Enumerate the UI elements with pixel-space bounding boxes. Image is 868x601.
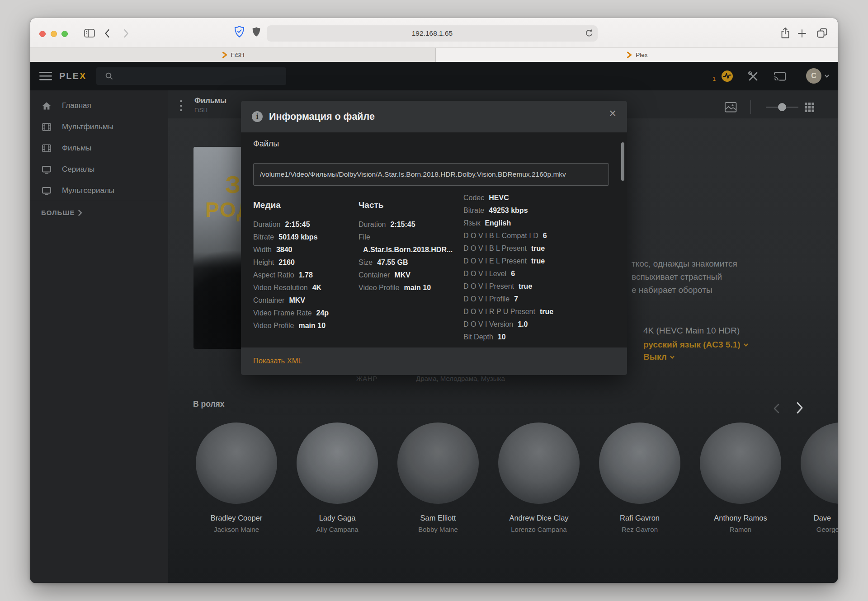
tv-icon xyxy=(42,187,51,195)
caret-down-icon xyxy=(744,343,748,347)
minimize-window-button[interactable] xyxy=(51,31,57,37)
zoom-slider-knob[interactable] xyxy=(778,103,786,111)
tab-label: Plex xyxy=(636,52,647,58)
hamburger-menu-icon[interactable] xyxy=(39,72,52,80)
browser-window: FiSH Plex PLEX 1 xyxy=(30,18,838,583)
grid-view-icon[interactable] xyxy=(805,103,814,112)
movie-summary: ткос, однажды знакомитсявспыхивает страс… xyxy=(632,257,737,296)
browser-tab-plex[interactable]: Plex xyxy=(436,48,838,62)
modal-footer: Показать XML xyxy=(241,347,627,375)
search-bar[interactable] xyxy=(96,67,286,85)
avatar-caret-icon[interactable] xyxy=(825,75,829,78)
cast-role: Lorenzo Campana xyxy=(494,526,584,533)
media-row: Width3840 xyxy=(253,244,358,256)
stream-row: D O V I R P U Presenttrue xyxy=(463,305,613,318)
sidebar-item-series[interactable]: Сериалы xyxy=(30,163,168,176)
sidebar-item-cartoons[interactable]: Мультфильмы xyxy=(30,120,168,134)
media-rows: Duration2:15:45Bitrate50149 kbpsWidth384… xyxy=(253,218,358,332)
home-icon xyxy=(42,102,51,110)
art-toggle-icon[interactable] xyxy=(725,102,737,113)
forward-icon[interactable] xyxy=(123,29,129,38)
cast-name: Dave xyxy=(777,514,838,522)
cast-member[interactable]: Lady Gaga Ally Campana xyxy=(292,423,382,533)
close-icon[interactable]: × xyxy=(609,108,616,120)
cast-photo xyxy=(599,423,680,504)
tab-overview-icon[interactable] xyxy=(817,28,827,38)
search-input[interactable] xyxy=(116,67,279,85)
modal-scrollbar[interactable] xyxy=(621,142,624,181)
shield-icon[interactable] xyxy=(252,27,261,38)
zoom-window-button[interactable] xyxy=(61,31,68,37)
modal-body: Файлы /volume1/Video/Фильмы/DolbyVision/… xyxy=(241,132,627,347)
part-row: Duration2:15:45 xyxy=(359,218,463,231)
genre-label: ЖАНР xyxy=(356,375,377,382)
part-row: Size47.55 GB xyxy=(359,256,463,269)
stream-row: D O V I B L Presenttrue xyxy=(463,242,613,255)
part-row: File xyxy=(359,231,463,244)
cast-member[interactable]: Dave George "N xyxy=(796,423,838,533)
media-row: Aspect Ratio1.78 xyxy=(253,269,358,282)
part-column: Часть Duration2:15:45FileA.Star.Is.Born.… xyxy=(359,199,463,294)
refresh-icon[interactable] xyxy=(585,29,593,38)
close-window-button[interactable] xyxy=(39,31,46,37)
back-icon[interactable] xyxy=(104,29,110,38)
file-path-box: /volume1/Video/Фильмы/DolbyVision/A.Star… xyxy=(253,163,609,186)
modal-header: i Информация о файле xyxy=(241,101,627,132)
cast-role: Bobby Maine xyxy=(393,526,483,533)
cast-name: Rafi Gavron xyxy=(594,514,685,522)
audio-track-selector[interactable]: русский язык (AC3 5.1) xyxy=(643,340,748,350)
share-icon[interactable] xyxy=(780,27,790,39)
breadcrumb-subtitle: FiSH xyxy=(194,107,208,113)
stream-row: D O V I Profile7 xyxy=(463,293,613,305)
sidebar-toggle-icon[interactable] xyxy=(84,28,95,38)
cast-member[interactable]: Bradley Cooper Jackson Maine xyxy=(191,423,282,533)
cast-heading: В ролях xyxy=(193,399,225,409)
sidebar-item-cartoon-series[interactable]: Мультсериалы xyxy=(30,184,168,197)
tools-icon[interactable] xyxy=(748,71,759,82)
media-row: Height2160 xyxy=(253,256,358,269)
film-icon xyxy=(42,144,51,152)
show-xml-link[interactable]: Показать XML xyxy=(253,357,302,365)
cast-icon[interactable] xyxy=(773,71,787,82)
poster-title-line: З xyxy=(225,170,241,198)
carousel-prev-icon[interactable] xyxy=(773,404,779,413)
stream-row: Bit Depth10 xyxy=(463,331,613,343)
summary-line: вспыхивает страстный xyxy=(632,270,737,283)
caret-down-icon xyxy=(670,356,675,359)
cast-member[interactable]: Anthony Ramos Ramon xyxy=(695,423,786,533)
cast-role: Ally Campana xyxy=(292,526,382,533)
cast-photo xyxy=(498,423,580,504)
cast-photo xyxy=(297,423,378,504)
cast-name: Bradley Cooper xyxy=(191,514,282,522)
url-input[interactable] xyxy=(267,25,598,42)
cast-member[interactable]: Andrew Dice Clay Lorenzo Campana xyxy=(494,423,584,533)
tv-icon xyxy=(42,165,51,174)
url-bar[interactable] xyxy=(267,25,598,42)
media-heading: Медиа xyxy=(253,199,358,211)
summary-line: е набирает обороты xyxy=(632,283,737,296)
summary-line: ткос, однажды знакомится xyxy=(632,257,737,270)
cast-name: Sam Elliott xyxy=(393,514,483,522)
browser-tab-fish[interactable]: FiSH xyxy=(30,48,436,62)
more-options-icon[interactable] xyxy=(180,100,182,112)
sidebar-item-movies[interactable]: Фильмы xyxy=(30,141,168,155)
privacy-shield-icon[interactable] xyxy=(234,26,245,38)
cast-member[interactable]: Rafi Gavron Rez Gavron xyxy=(594,423,685,533)
carousel-next-icon[interactable] xyxy=(796,402,803,414)
stream-row: D O V I E L Presenttrue xyxy=(463,255,613,268)
cast-member[interactable]: Sam Elliott Bobby Maine xyxy=(393,423,483,533)
tab-label: FiSH xyxy=(231,52,245,58)
part-row: Video Profilemain 10 xyxy=(359,282,463,294)
plex-favicon xyxy=(222,52,227,58)
sidebar-item-home[interactable]: Главная xyxy=(30,99,168,113)
new-tab-icon[interactable] xyxy=(797,29,807,38)
avatar[interactable]: C xyxy=(806,68,821,84)
plex-logo[interactable]: PLEX xyxy=(59,71,86,81)
toolbar-divider xyxy=(750,100,751,114)
activity-icon[interactable] xyxy=(721,70,733,82)
subtitle-selector[interactable]: Выкл xyxy=(643,352,675,362)
stream-rows: CodecHEVCBitrate49253 kbpsЯзыкEnglishD O… xyxy=(463,192,613,343)
screen: FiSH Plex PLEX 1 xyxy=(0,0,868,601)
sidebar-more-button[interactable]: БОЛЬШЕ xyxy=(41,209,82,216)
breadcrumb-title[interactable]: Фильмы xyxy=(194,96,226,105)
